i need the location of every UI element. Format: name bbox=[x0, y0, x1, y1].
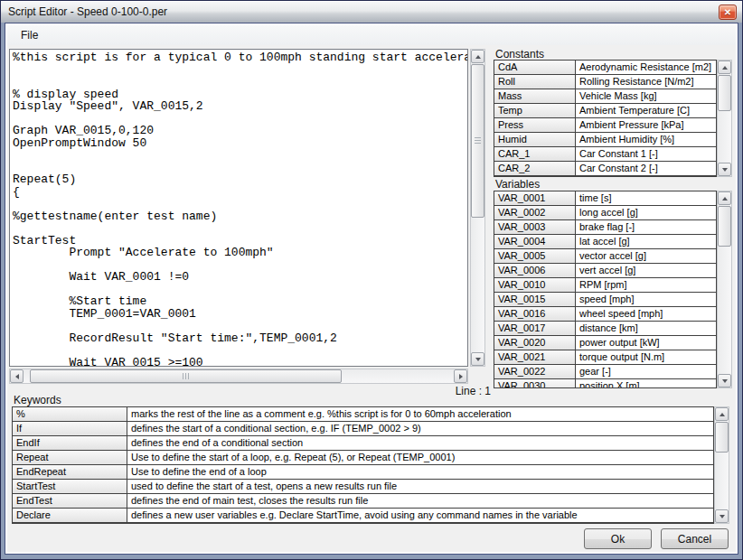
titlebar[interactable]: Script Editor - Speed 0-100-0.per ✕ bbox=[1, 1, 742, 23]
editor-vscrollbar[interactable] bbox=[470, 49, 485, 367]
menu-file[interactable]: File bbox=[14, 25, 44, 45]
keyword-description: defines a new user variables e.g. Declar… bbox=[127, 509, 713, 522]
close-button[interactable]: ✕ bbox=[719, 5, 737, 20]
keywords-table: % marks the rest of the line as a commen… bbox=[12, 406, 714, 524]
constants-row[interactable]: Mass Vehicle Mass [kg] bbox=[494, 89, 716, 104]
variables-row[interactable]: VAR_0004 lat accel [g] bbox=[494, 235, 716, 249]
variables-row[interactable]: VAR_0022 gear [-] bbox=[494, 365, 716, 379]
variables-row[interactable]: VAR_0020 power output [kW] bbox=[494, 336, 716, 350]
keywords-row[interactable]: StartTest used to define the start of a … bbox=[13, 480, 713, 494]
variables-label: Variables bbox=[495, 178, 540, 191]
variable-description: long accel [g] bbox=[576, 206, 716, 219]
menubar: File bbox=[7, 25, 736, 45]
variables-scroll-down-button[interactable] bbox=[718, 374, 731, 387]
editor-scroll-right-button[interactable] bbox=[454, 369, 467, 383]
ok-button[interactable]: Ok bbox=[584, 528, 652, 549]
constants-row[interactable]: Roll Rolling Resistance [N/m2] bbox=[494, 75, 716, 89]
variables-row[interactable]: VAR_0015 speed [mph] bbox=[494, 293, 716, 307]
variables-row[interactable]: VAR_0010 RPM [rpm] bbox=[494, 278, 716, 293]
constants-label: Constants bbox=[495, 48, 544, 61]
variable-name: VAR_0006 bbox=[494, 264, 576, 277]
variable-name: VAR_0002 bbox=[494, 206, 576, 219]
constants-scroll-down-button[interactable] bbox=[718, 163, 731, 176]
keyword-description: defines the end of main test, closes the… bbox=[127, 494, 713, 508]
variable-name: VAR_0005 bbox=[494, 249, 576, 263]
keywords-scroll-down-button[interactable] bbox=[715, 509, 729, 523]
editor-vscroll-thumb[interactable] bbox=[471, 64, 484, 218]
keywords-row[interactable]: EndTest defines the end of main test, cl… bbox=[13, 494, 713, 509]
arrow-up-icon bbox=[719, 413, 725, 416]
keyword-description: defines the end of a conditional section bbox=[127, 436, 713, 450]
keywords-row[interactable]: Declare defines a new user variables e.g… bbox=[13, 509, 713, 523]
constants-vscrollbar[interactable] bbox=[717, 60, 732, 177]
constants-vscroll-thumb[interactable] bbox=[718, 75, 731, 111]
keywords-vscroll-thumb[interactable] bbox=[715, 422, 729, 453]
constant-description: Ambient Pressure [kPa] bbox=[576, 118, 716, 132]
arrow-down-icon bbox=[722, 379, 728, 383]
line-status: Line : 1 bbox=[396, 385, 491, 397]
keywords-vscrollbar[interactable] bbox=[714, 406, 729, 524]
editor-scroll-down-button[interactable] bbox=[471, 352, 484, 366]
constants-row[interactable]: CdA Aerodynamic Resistance [m2] bbox=[494, 61, 716, 75]
script-editor-box[interactable]: %this script is for a typical 0 to 100mp… bbox=[9, 49, 468, 367]
constants-row[interactable]: CAR_2 Car Constant 2 [-] bbox=[494, 162, 716, 176]
editor-scroll-up-button[interactable] bbox=[471, 50, 484, 63]
constants-row[interactable]: Humid Ambient Humidity [%] bbox=[494, 133, 716, 147]
variables-row[interactable]: VAR_0016 wheel speed [mph] bbox=[494, 307, 716, 322]
variables-row[interactable]: VAR_0021 torque output [N.m] bbox=[494, 350, 716, 365]
constant-description: Rolling Resistance [N/m2] bbox=[576, 75, 716, 89]
editor-scroll-left-button[interactable] bbox=[10, 369, 24, 383]
keyword-name: Repeat bbox=[13, 451, 127, 464]
variables-row[interactable]: VAR_0030 position X [m] bbox=[494, 379, 716, 388]
constant-description: Ambient Humidity [%] bbox=[576, 133, 716, 146]
keywords-row[interactable]: Repeat Use to define the start of a loop… bbox=[13, 451, 713, 465]
variable-description: vector accel [g] bbox=[576, 249, 716, 263]
keywords-row[interactable]: If defines the start of a conditional se… bbox=[13, 422, 713, 436]
arrow-up-icon bbox=[475, 55, 481, 59]
variables-row[interactable]: VAR_0005 vector accel [g] bbox=[494, 249, 716, 264]
variable-name: VAR_0015 bbox=[494, 293, 576, 306]
script-text-editor[interactable]: %this script is for a typical 0 to 100mp… bbox=[10, 50, 467, 367]
editor-hscroll-thumb[interactable] bbox=[30, 369, 342, 383]
variables-row[interactable]: VAR_0002 long accel [g] bbox=[494, 206, 716, 220]
keywords-scroll-up-button[interactable] bbox=[715, 407, 729, 421]
constants-row[interactable]: Temp Ambient Temperature [C] bbox=[494, 104, 716, 118]
constant-description: Car Constant 2 [-] bbox=[576, 162, 716, 175]
variables-row[interactable]: VAR_0001 time [s] bbox=[494, 191, 716, 206]
variable-name: VAR_0020 bbox=[494, 336, 576, 350]
variable-description: gear [-] bbox=[576, 365, 716, 378]
cancel-button[interactable]: Cancel bbox=[661, 528, 729, 549]
constant-description: Ambient Temperature [C] bbox=[576, 104, 716, 117]
arrow-up-icon bbox=[722, 197, 728, 201]
keyword-description: Use to define the start of a loop, e.g. … bbox=[127, 451, 713, 464]
variable-name: VAR_0016 bbox=[494, 307, 576, 321]
scroll-grip-icon bbox=[183, 373, 190, 379]
keyword-name: EndTest bbox=[13, 494, 127, 508]
keywords-row[interactable]: EndIf defines the end of a conditional s… bbox=[13, 436, 713, 451]
variables-table: VAR_0001 time [s] VAR_0002 long accel [g… bbox=[494, 191, 717, 388]
keywords-row[interactable]: % marks the rest of the line as a commen… bbox=[13, 407, 713, 422]
window-frame: File %this script is for a typical 0 to … bbox=[5, 23, 738, 555]
variables-vscrollbar[interactable] bbox=[717, 191, 732, 388]
editor-hscrollbar[interactable] bbox=[9, 369, 468, 384]
constants-row[interactable]: Press Ambient Pressure [kPa] bbox=[494, 118, 716, 133]
variables-row[interactable]: VAR_0017 distance [km] bbox=[494, 322, 716, 336]
variables-scroll-up-button[interactable] bbox=[718, 191, 731, 205]
variables-vscroll-thumb[interactable] bbox=[718, 206, 731, 247]
keywords-row[interactable]: EndRepeat Use to define the end of a loo… bbox=[13, 465, 713, 480]
constants-scroll-up-button[interactable] bbox=[718, 61, 731, 74]
variables-row[interactable]: VAR_0003 brake flag [-] bbox=[494, 220, 716, 235]
variable-description: position X [m] bbox=[576, 379, 716, 388]
variable-description: time [s] bbox=[576, 191, 716, 205]
variables-row[interactable]: VAR_0006 vert accel [g] bbox=[494, 264, 716, 278]
close-icon: ✕ bbox=[724, 8, 731, 17]
constants-row[interactable]: CAR_1 Car Constant 1 [-] bbox=[494, 147, 716, 162]
constant-description: Aerodynamic Resistance [m2] bbox=[576, 61, 716, 74]
constant-name: CAR_1 bbox=[494, 147, 576, 161]
variable-description: RPM [rpm] bbox=[576, 278, 716, 292]
constant-name: Humid bbox=[494, 133, 576, 146]
variable-name: VAR_0030 bbox=[494, 379, 576, 388]
variable-description: speed [mph] bbox=[576, 293, 716, 306]
window-title: Script Editor - Speed 0-100-0.per bbox=[8, 1, 167, 23]
constants-table: CdA Aerodynamic Resistance [m2] Roll Rol… bbox=[494, 60, 717, 177]
